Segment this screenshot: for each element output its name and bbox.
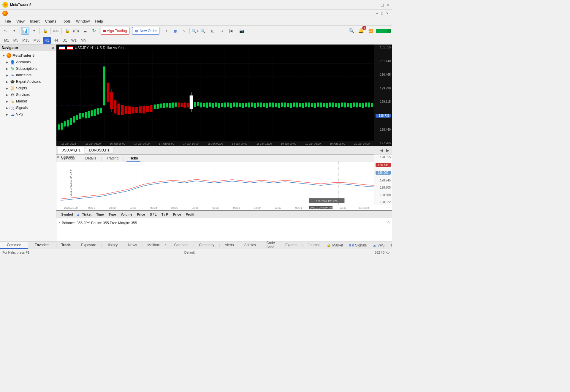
tf-m15[interactable]: M15 <box>20 37 31 44</box>
tf-m5[interactable]: M5 <box>12 37 20 44</box>
chart-type-btn[interactable]: 📊 <box>21 27 29 35</box>
nav-tab-favorites[interactable]: Favorites <box>28 242 56 249</box>
menu-tools[interactable]: Tools <box>59 18 73 24</box>
restore-btn2[interactable]: □ <box>380 11 384 15</box>
term-tab-articles[interactable]: Articles <box>242 242 258 248</box>
chart-nav-next[interactable]: ▶ <box>385 148 391 153</box>
scroll-right-btn[interactable]: ⇥ <box>218 27 226 35</box>
lock-btn[interactable]: 🔒 <box>41 27 49 35</box>
menu-window[interactable]: Window <box>74 18 92 24</box>
dropdown-btn[interactable]: ▼ <box>10 27 18 35</box>
tf-h1[interactable]: H1 <box>43 37 51 44</box>
term-tab-mailbox[interactable]: Mailbox <box>145 242 162 248</box>
cloud-btn[interactable]: ☁ <box>81 27 89 35</box>
term-tab-alerts[interactable]: Alerts <box>222 242 236 248</box>
chart-dropdown[interactable]: ▼ <box>30 27 38 35</box>
term-tab-codebase[interactable]: Code Base <box>264 241 277 249</box>
tf-w1[interactable]: W1 <box>69 37 78 44</box>
search-btn[interactable]: 🔍 <box>347 27 356 35</box>
screenshot-btn[interactable]: 📷 <box>238 27 246 35</box>
min-btn2[interactable]: − <box>375 11 379 15</box>
col-price2[interactable]: Price <box>171 213 183 216</box>
tf-d1[interactable]: D1 <box>61 37 69 44</box>
svg-rect-127 <box>356 103 358 107</box>
lower-chart-close[interactable]: × <box>57 155 59 159</box>
nav-item-indicators[interactable]: ▶ ∿ Indicators <box>0 72 56 78</box>
time-5: 17 Jan 08:00 <box>154 142 178 145</box>
zoom-in-btn[interactable]: 🔍+ <box>191 27 199 35</box>
menu-help[interactable]: Help <box>93 18 105 24</box>
term-tab-experts[interactable]: Experts <box>283 242 300 248</box>
term-tab-calendar[interactable]: Calendar <box>172 242 191 248</box>
nav-item-vps[interactable]: ▶ ☁ VPS <box>0 111 56 118</box>
tester-right-tab[interactable]: 🌿 Tester <box>388 243 392 248</box>
tf-h4[interactable]: H4 <box>52 37 60 44</box>
col-sl[interactable]: S / L <box>147 213 159 216</box>
minimize-btn[interactable]: − <box>375 3 377 7</box>
market-right-tab[interactable]: 🔒 Market <box>324 243 346 248</box>
menu-charts[interactable]: Charts <box>42 18 58 24</box>
svg-rect-81 <box>218 103 220 108</box>
ide-btn[interactable]: IDE <box>52 27 60 35</box>
new-order-btn[interactable]: ⊕ New Order <box>132 27 159 35</box>
nav-item-root[interactable]: ▼ MetaTrader 5 <box>0 52 56 59</box>
signals-btn[interactable]: 📶 <box>366 27 375 35</box>
window-controls[interactable]: − □ × <box>375 3 390 7</box>
zoom-out-btn[interactable]: 🔍− <box>200 27 208 35</box>
term-tab-journal[interactable]: Journal <box>305 242 322 248</box>
scroll-left-btn[interactable]: |◀ <box>227 27 235 35</box>
nav-item-market[interactable]: ▶ 🛍 Market <box>0 98 56 105</box>
menu-file[interactable]: File <box>2 18 13 24</box>
menu-insert[interactable]: Insert <box>28 18 42 24</box>
chart-nav-prev[interactable]: ◀ <box>379 148 384 153</box>
col-symbol[interactable]: Symbol <box>59 213 75 216</box>
tf-mn[interactable]: MN <box>79 37 88 44</box>
term-tab-history[interactable]: History <box>104 242 120 248</box>
navigator-close-btn[interactable]: × <box>52 45 54 50</box>
chart-tab-usdjpy[interactable]: USDJPY,H1 <box>58 147 84 154</box>
svg-rect-76 <box>203 103 205 107</box>
nav-item-accounts[interactable]: ▶ 👤 Accounts <box>0 59 56 65</box>
nav-item-experts[interactable]: ▶ 🎓 Expert Advisors <box>0 78 56 85</box>
nav-item-scripts[interactable]: ▶ 📜 Scripts <box>0 85 56 91</box>
vps-right-tab[interactable]: ☁ VPS <box>370 243 387 248</box>
term-tab-trade[interactable]: Trade <box>59 242 73 248</box>
term-tab-company[interactable]: Company <box>197 242 216 248</box>
bar-chart-btn[interactable]: ▦ <box>171 27 179 35</box>
nav-tab-common[interactable]: Common <box>0 242 28 249</box>
radio-btn[interactable]: ((·)) <box>72 27 80 35</box>
close-btn[interactable]: × <box>387 3 390 7</box>
tf-m1[interactable]: M1 <box>2 37 11 44</box>
grid-btn[interactable]: ⊞ <box>209 27 217 35</box>
algo-trading-btn[interactable]: Algo Trading <box>101 27 129 35</box>
col-ticket[interactable]: Ticket <box>80 213 94 216</box>
term-tab-news[interactable]: News <box>126 242 139 248</box>
col-profit[interactable]: Profit <box>183 213 197 216</box>
restore-btn[interactable]: □ <box>381 3 383 7</box>
tf-m30[interactable]: M30 <box>32 37 42 44</box>
col-price[interactable]: Price <box>134 213 147 216</box>
refresh-btn[interactable]: ↻ <box>90 27 98 35</box>
nav-item-signals[interactable]: ▶ ((·)) Signals <box>0 105 56 111</box>
term-tab-exposure[interactable]: Exposure <box>79 242 99 248</box>
chart-tabs: USDJPY,H1 EURUSD,H1 ◀ ▶ <box>56 146 392 154</box>
nav-item-subscriptions[interactable]: ▶ ↻ Subscriptions <box>0 65 56 72</box>
menu-view[interactable]: View <box>14 18 27 24</box>
col-time[interactable]: Time <box>94 213 106 216</box>
signals-right-tab[interactable]: ((·)) Signals <box>347 243 369 248</box>
cursor-btn[interactable]: ↖ <box>1 27 10 35</box>
mt5-logo-icon <box>7 53 11 58</box>
price-label-6: 128.440 <box>376 128 391 131</box>
nav-item-services[interactable]: ▶ ⚙ Services <box>0 91 56 98</box>
lock2-btn[interactable]: 🔒 <box>63 27 71 35</box>
price-up-btn[interactable]: ↕ <box>162 27 170 35</box>
notif-badge: 1 <box>362 26 366 30</box>
svg-rect-100 <box>275 103 277 107</box>
col-volume[interactable]: Volume <box>118 213 135 216</box>
main-chart[interactable]: USDJPY, H1: US Dollar vs Yen <box>56 45 392 146</box>
chart-tab-eurusd[interactable]: EURUSD,H1 <box>85 147 113 154</box>
col-type[interactable]: Type <box>106 213 118 216</box>
col-tp[interactable]: T / P <box>159 213 171 216</box>
wave-btn[interactable]: ∿ <box>180 27 188 35</box>
close-btn2[interactable]: × <box>385 11 390 15</box>
